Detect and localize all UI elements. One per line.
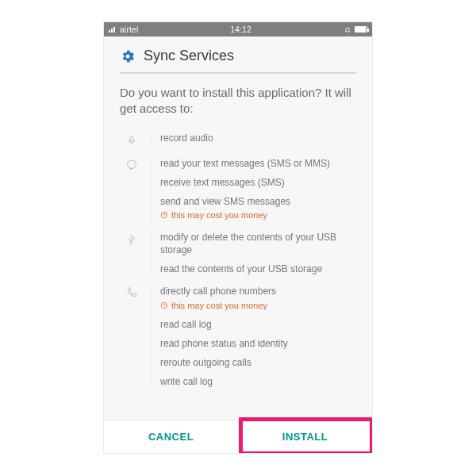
mic-icon: [120, 132, 144, 148]
gear-icon: [120, 48, 136, 64]
svg-point-4: [128, 160, 136, 169]
permission-text: modify or delete the contents of your US…: [160, 231, 356, 256]
permission-item: read your text messages (SMS or MMS): [160, 157, 356, 170]
permission-group: modify or delete the contents of your US…: [120, 231, 356, 276]
carrier-label: airtel: [120, 25, 138, 34]
permission-item: read call log: [160, 318, 356, 331]
svg-rect-3: [130, 136, 133, 140]
status-bar: airtel 14:12: [104, 22, 372, 36]
usb-icon: [120, 231, 144, 276]
battery-icon: [355, 26, 367, 33]
permission-group: read your text messages (SMS or MMS)rece…: [120, 157, 356, 221]
permission-text: read your text messages (SMS or MMS): [160, 157, 356, 170]
install-question: Do you want to install this application?…: [120, 85, 356, 117]
app-title: Sync Services: [144, 48, 234, 64]
svg-rect-0: [109, 30, 110, 33]
signal-icon: [109, 26, 117, 33]
permission-text: read call log: [160, 318, 356, 331]
permission-text: send and view SMS messages: [160, 195, 356, 208]
permission-group: directly call phone numbersthis may cost…: [120, 285, 356, 388]
permission-text: write call log: [160, 375, 356, 388]
svg-rect-2: [113, 27, 115, 33]
cost-warning: this may cost you money: [160, 300, 356, 312]
permission-items: read your text messages (SMS or MMS)rece…: [160, 157, 356, 221]
install-button[interactable]: INSTALL: [238, 420, 372, 453]
permission-items: modify or delete the contents of your US…: [160, 231, 356, 276]
cost-warning-text: this may cost you money: [171, 300, 267, 312]
permission-item: write call log: [160, 375, 356, 388]
group-divider: [152, 157, 152, 221]
permission-text: read the contents of your USB storage: [160, 263, 356, 275]
group-divider: [152, 231, 152, 276]
permission-text: record audio: [160, 132, 356, 144]
button-bar: CANCEL INSTALL: [104, 420, 372, 453]
permission-item: receive text messages (SMS): [160, 176, 356, 189]
cancel-button[interactable]: CANCEL: [104, 420, 238, 453]
permission-item: read phone status and identity: [160, 337, 356, 350]
permission-item: read the contents of your USB storage: [160, 263, 356, 275]
permission-items: record audio: [160, 132, 356, 148]
permission-text: reroute outgoing calls: [160, 356, 356, 369]
permission-item: modify or delete the contents of your US…: [160, 231, 356, 256]
divider: [120, 72, 356, 74]
group-divider: [152, 132, 152, 148]
permission-group: record audio: [120, 132, 356, 148]
cost-warning-text: this may cost you money: [171, 209, 267, 221]
phone-icon: [120, 285, 144, 388]
permission-item: send and view SMS messagesthis may cost …: [160, 195, 356, 221]
permission-text: directly call phone numbers: [160, 285, 356, 298]
group-divider: [152, 285, 152, 388]
permission-list: record audioread your text messages (SMS…: [120, 132, 356, 389]
cost-warning: this may cost you money: [160, 209, 356, 221]
permission-item: reroute outgoing calls: [160, 356, 356, 369]
clock: 14:12: [230, 25, 251, 34]
app-header: Sync Services: [120, 48, 356, 64]
permission-text: read phone status and identity: [160, 337, 356, 350]
phone-screen: airtel 14:12 Sync Services Do you want t…: [103, 21, 373, 454]
svg-rect-1: [111, 29, 113, 33]
alarm-icon: [344, 25, 351, 33]
permission-items: directly call phone numbersthis may cost…: [160, 285, 356, 388]
permission-text: receive text messages (SMS): [160, 176, 356, 189]
permission-item: directly call phone numbersthis may cost…: [160, 285, 356, 311]
permission-item: record audio: [160, 132, 356, 144]
chat-icon: [120, 157, 144, 221]
